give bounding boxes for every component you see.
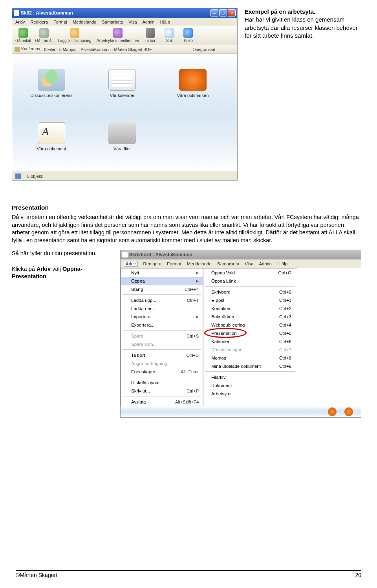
item-label: Våra dokument (37, 146, 66, 151)
menu-samarbeta-2[interactable]: Samarbeta (217, 261, 239, 266)
menu-hjalp-2[interactable]: Hjälp (277, 261, 287, 266)
menu-item[interactable]: Skriv ut...Ctrl+P (121, 387, 203, 395)
add-app-button[interactable]: Lägg till tillämpning (55, 27, 94, 44)
menubar: Arkiv Redigera Format Meddelande Samarbe… (12, 18, 237, 26)
submenu-item[interactable]: Dokument (203, 381, 297, 389)
help-button[interactable]: Hjälp (179, 27, 197, 44)
documents-icon (38, 122, 65, 144)
submenu-item[interactable]: RösthälsningarCtrl+7 (203, 345, 297, 354)
page-footer: ©Mårten Skagert 20 (16, 570, 361, 578)
item-label: Våra bokmärken (177, 93, 209, 98)
menu-arkiv[interactable]: Arkiv (15, 20, 25, 24)
item-label: Våra filer (113, 146, 131, 151)
status-icon (15, 173, 21, 179)
instruction-1: Så här fyller du i din presentation. (12, 250, 114, 257)
members-icon (113, 28, 123, 38)
item-label: Vår kalender (110, 93, 134, 98)
delete-button[interactable]: Ta bort (141, 27, 159, 44)
submenu-item[interactable]: Öppna ValdCtrl+O (203, 268, 297, 277)
menu-item[interactable]: StängCtrl+F4 (121, 285, 203, 293)
menu-meddelande-2[interactable]: Meddelande (187, 261, 212, 266)
window-titlebar-2: Skrivbord : AlvestaKommun (121, 250, 361, 259)
menu-format[interactable]: Format (53, 20, 67, 24)
submenu-item[interactable]: SkrivbordCtrl+0 (203, 288, 297, 296)
menu-item[interactable]: Ladda upp...Ctrl+T (121, 296, 203, 304)
back-icon (18, 28, 28, 38)
delete-icon (146, 28, 155, 38)
members-button[interactable]: Arbetsytans medlemmar (95, 27, 141, 44)
minimize-button[interactable]: – (210, 9, 218, 16)
app-icon (122, 252, 128, 257)
item-documents[interactable]: Våra dokument (16, 115, 87, 158)
instructions: Så här fyller du i din presentation. Kli… (12, 250, 114, 289)
files-icon (108, 122, 136, 144)
submenu-item[interactable]: KontakterCtrl+2 (203, 304, 297, 312)
submenu-item[interactable]: Mina utdelade dokumentCtrl+9 (203, 362, 297, 370)
item-bookmarks[interactable]: Våra bokmärken (157, 62, 228, 105)
menu-redigera[interactable]: Redigera (30, 20, 48, 24)
back-label: Gå bakåt (15, 38, 31, 43)
menu-visa-2[interactable]: Visa (245, 261, 253, 266)
item-files[interactable]: Våra filer (87, 115, 157, 158)
caption-block: Exempel på en arbetsyta. Här har vi givi… (245, 8, 361, 40)
search-icon (165, 28, 174, 38)
submenu-item[interactable]: WebbpubliceringCtrl+4 (203, 321, 297, 329)
menu-item[interactable]: Exportera... (121, 321, 203, 329)
calendar-icon (108, 69, 136, 91)
menu-item[interactable]: Ta bortCtrl+D (121, 351, 203, 359)
submenu-item[interactable]: KalenderCtrl+6 (203, 337, 297, 345)
statusbar: 5 objekt. (12, 172, 237, 180)
menu-visa[interactable]: Visa (128, 20, 137, 24)
menu-item[interactable]: Ladda ner... (121, 304, 203, 312)
add-icon (70, 28, 79, 38)
submenu-item[interactable]: E-postCtrl+1 (203, 296, 297, 304)
menu-format-2[interactable]: Format (167, 261, 181, 266)
submenu-item[interactable]: Arbetsytor (203, 389, 297, 398)
menu-admin[interactable]: Admin (143, 20, 155, 24)
maximize-button[interactable]: □ (219, 9, 227, 16)
discussion-icon (38, 69, 65, 91)
oppna-submenu: Öppna ValdCtrl+OÖppna LänkSkrivbordCtrl+… (203, 268, 297, 406)
menu-item[interactable]: AvslutaAlt+Skift+F4 (121, 398, 203, 406)
menu-samarbeta[interactable]: Samarbeta (102, 20, 123, 24)
menu-item[interactable]: Importera▶ (121, 312, 203, 321)
screenshot-workspace: Sk02 : AlvestaKommun – □ × Arkiv Rediger… (12, 8, 238, 181)
window-title-2: Skrivbord : AlvestaKommun (129, 252, 359, 257)
menu-item[interactable]: Nytt▶ (121, 268, 203, 277)
firefox-icon (328, 407, 337, 416)
presentation-heading: Presentation (12, 204, 361, 211)
info-bar: Konferens 0 Filer 5 Mappar AlvestaKommun… (12, 45, 237, 54)
menu-item[interactable]: Ångra borttagning (121, 359, 203, 367)
menu-item[interactable]: SparaCtrl+S (121, 332, 203, 340)
forward-button[interactable]: Gå framåt (34, 27, 54, 44)
menu-item[interactable]: Öppna▶ (121, 277, 203, 285)
menu-arkiv-2[interactable]: Arkiv (124, 261, 138, 267)
background-band (121, 406, 361, 417)
menu-item[interactable]: Spara som... (121, 340, 203, 348)
add-label: Lägg till tillämpning (58, 38, 92, 43)
menu-meddelande[interactable]: Meddelande (73, 20, 97, 24)
bookmarks-icon (179, 69, 207, 91)
search-button[interactable]: Sök (160, 27, 178, 44)
menu-item[interactable]: Utskriftslayout (121, 378, 203, 387)
item-discussion[interactable]: Diskussionskonferens (16, 62, 87, 105)
menu-item[interactable]: Egenskaper...Alt+Enter (121, 367, 203, 376)
submenu-item[interactable]: BokmärkenCtrl+3 (203, 312, 297, 321)
firefox-icon (344, 407, 353, 416)
item-calendar[interactable]: Vår kalender (87, 62, 157, 105)
instruction-2: Klicka på Arkiv välj Öppna-Presentation (12, 265, 114, 281)
submenu-item[interactable]: Öppna Länk (203, 277, 297, 285)
quota-info: Obegränsad (192, 47, 215, 52)
submenu-item[interactable]: MemosCtrl+8 (203, 354, 297, 362)
menu-hjalp[interactable]: Hjälp (160, 20, 170, 24)
submenu-item[interactable]: PresentationCtrl+5 (203, 329, 297, 337)
close-button[interactable]: × (228, 9, 236, 16)
toolbar: Gå bakåt Gå framåt Lägg till tillämpning… (12, 26, 237, 45)
back-button[interactable]: Gå bakåt (14, 27, 33, 44)
members-label: Arbetsytans medlemmar (97, 38, 139, 43)
menu-admin-2[interactable]: Admin (259, 261, 272, 266)
presentation-body: Då vi arbetar i en offentlig verksamhet … (12, 214, 361, 244)
menu-redigera-2[interactable]: Redigera (143, 261, 162, 266)
conference-icon (15, 47, 20, 52)
submenu-item[interactable]: Filarkiv (203, 373, 297, 381)
